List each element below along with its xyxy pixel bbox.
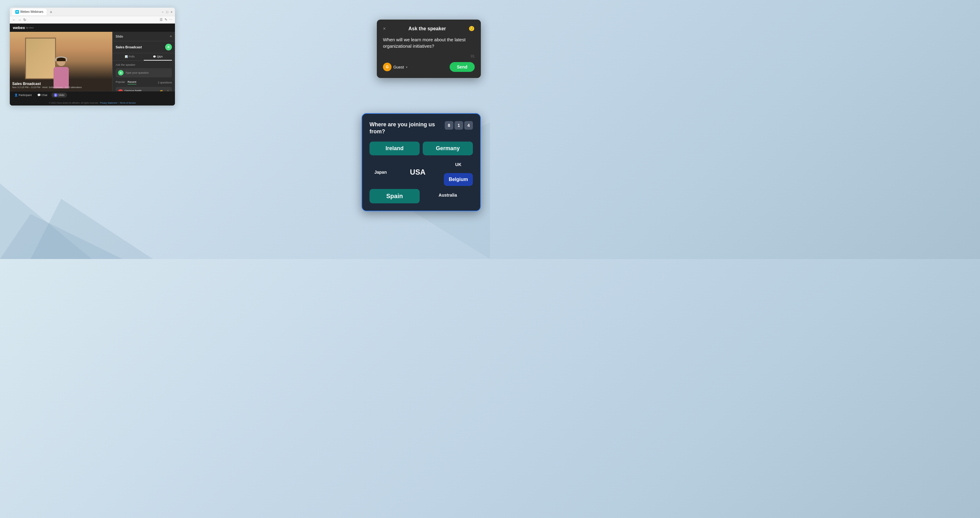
terms-link[interactable]: Terms of Service <box>120 102 136 104</box>
poll-count-4: 4 <box>464 121 473 130</box>
reload-button[interactable]: ↻ <box>23 18 26 22</box>
popup-footer: G Guest ▾ Send <box>383 62 475 72</box>
slido-s-icon: S <box>54 93 57 97</box>
location-poll-popup: Where are you joining us from? 8 1 4 Ire… <box>361 113 481 211</box>
questions-filters: Popular Recent 2 questions <box>116 80 172 84</box>
poll-option-australia[interactable]: Australia <box>423 189 473 203</box>
filter-popular[interactable]: Popular <box>116 80 125 84</box>
popup-title: Ask the speaker <box>408 26 446 32</box>
poll-header: Where are you joining us from? 8 1 4 <box>369 121 473 135</box>
slido-button[interactable]: S Slido <box>51 93 67 97</box>
popup-user-avatar: G <box>383 63 391 71</box>
slido-close-button[interactable]: × <box>170 34 172 38</box>
poll-option-uk[interactable]: UK <box>444 158 473 171</box>
slido-panel: Slido × Sales Broadcast B 📊 Polls 💬 <box>112 32 175 91</box>
slido-panel-title: Slido <box>116 35 123 38</box>
more-icon[interactable]: ⋯ <box>169 18 172 22</box>
tab-polls[interactable]: 📊 Polls <box>116 53 144 60</box>
close-button[interactable]: × <box>171 10 172 14</box>
edit-icon[interactable]: ✎ <box>165 18 167 22</box>
question-card-1: C Clarissa Smith 1 minute ago 👎 0 👍 <box>116 87 172 91</box>
poll-counts: 8 1 4 <box>445 121 473 130</box>
participant-icon: 👤 <box>14 94 18 97</box>
filter-recent[interactable]: Recent <box>127 80 137 84</box>
back-button[interactable]: ← <box>12 18 16 22</box>
send-button[interactable]: Send <box>450 62 475 72</box>
slido-event-avatar: B <box>165 44 172 51</box>
webex-by-cisco: by cisco <box>26 27 33 29</box>
poll-options: Ireland Germany Japan USA UK Belgium Spa… <box>369 141 473 203</box>
poll-option-usa[interactable]: USA <box>395 164 441 180</box>
emoji-button[interactable]: 🙂 <box>469 26 475 32</box>
poll-option-belgium[interactable]: Belgium <box>444 173 473 186</box>
poll-right-col: UK Belgium <box>444 158 473 186</box>
webex-logo: webex by cisco <box>13 25 33 30</box>
toolbar-icons: ☰ ✎ ⋯ <box>160 18 172 22</box>
question-placeholder: Type your question <box>126 71 149 74</box>
user-chevron-icon: ▾ <box>406 65 407 69</box>
participant-button[interactable]: 👤 Participant <box>13 93 33 97</box>
webex-header: webex by cisco <box>10 24 175 32</box>
browser-window: W Webex Webinars + − □ × ← → ↻ ☰ ✎ ⋯ web… <box>10 8 175 105</box>
svg-marker-0 <box>0 183 92 259</box>
ask-speaker-popup: × Ask the speaker 🙂 When will we learn m… <box>377 19 481 78</box>
new-tab-button[interactable]: + <box>48 9 54 15</box>
bottom-bar-actions: 👤 Participant 💬 Chat S Slido <box>13 93 67 97</box>
poll-option-spain[interactable]: Spain <box>369 189 420 203</box>
privacy-link[interactable]: Privacy Statement <box>100 102 118 104</box>
popup-close-button[interactable]: × <box>383 26 386 32</box>
filter-tabs: Popular Recent <box>116 80 137 84</box>
webinar-title: Sales Broadcast <box>12 82 82 86</box>
popup-question-text[interactable]: When will we learn more about the latest… <box>383 37 475 49</box>
user-avatar: B <box>118 70 124 76</box>
ask-speaker-label: Ask the speaker <box>116 63 172 66</box>
user-selector[interactable]: G Guest ▾ <box>383 63 407 71</box>
webex-favicon: W <box>15 10 19 14</box>
maximize-button[interactable]: □ <box>166 10 168 14</box>
poll-option-germany[interactable]: Germany <box>423 141 473 155</box>
slido-event-name: Sales Broadcast <box>116 45 142 49</box>
chat-icon: 💬 <box>37 94 41 97</box>
poll-option-japan[interactable]: Japan <box>369 166 391 178</box>
slido-content: Ask the speaker B Type your question Pop… <box>113 61 175 91</box>
footer-bar: © 2022 Cisco and/or its affiliates. All … <box>10 99 175 105</box>
video-overlay-info: Sales Broadcast Nov 3 2:15 PM – 3:15 PM … <box>12 82 82 89</box>
poll-count-8: 8 <box>445 121 453 130</box>
popup-user-name: Guest <box>393 65 404 70</box>
poll-option-ireland[interactable]: Ireland <box>369 141 420 155</box>
svg-marker-2 <box>30 199 153 259</box>
webex-app: webex by cisco <box>10 24 175 105</box>
qa-icon: 💬 <box>153 56 156 58</box>
question-input-area[interactable]: B Type your question <box>116 68 172 77</box>
footer-copyright: © 2022 Cisco and/or its affiliates. All … <box>49 102 99 104</box>
svg-marker-1 <box>0 214 123 259</box>
webex-main: Sales Broadcast Nov 3 2:15 PM – 3:15 PM … <box>10 32 175 91</box>
char-count: 91 <box>383 54 475 59</box>
browser-titlebar: W Webex Webinars + − □ × <box>10 8 175 16</box>
poll-count-1: 1 <box>455 121 463 130</box>
slido-tabs: 📊 Polls 💬 Q&A <box>113 53 175 61</box>
poll-question: Where are you joining us from? <box>369 121 441 135</box>
webex-logo-text: webex <box>13 25 25 30</box>
poll-row-2: Japan USA UK Belgium <box>369 158 473 186</box>
browser-toolbar: ← → ↻ ☰ ✎ ⋯ <box>10 16 175 24</box>
presenter-headphones <box>56 57 67 61</box>
tab-qa[interactable]: 💬 Q&A <box>144 53 172 60</box>
video-area: Sales Broadcast Nov 3 2:15 PM – 3:15 PM … <box>10 32 112 91</box>
presenter-head <box>57 57 65 66</box>
menu-icon[interactable]: ☰ <box>160 18 163 22</box>
slido-panel-header: Slido × <box>113 32 175 41</box>
tab-title: Webex Webinars <box>20 10 43 13</box>
chat-button[interactable]: 💬 Chat <box>36 93 49 97</box>
slido-event-header: Sales Broadcast B <box>113 41 175 53</box>
poll-row-1: Ireland Germany <box>369 141 473 155</box>
forward-button[interactable]: → <box>18 18 21 22</box>
poll-row-3: Spain Australia <box>369 189 473 203</box>
browser-tab[interactable]: W Webex Webinars <box>12 9 46 15</box>
polls-icon: 📊 <box>125 56 128 58</box>
minimize-button[interactable]: − <box>162 10 163 14</box>
webinar-meta: Nov 3 2:15 PM – 3:15 PM · Host: Sofia Go… <box>12 86 82 89</box>
bottom-bar: 👤 Participant 💬 Chat S Slido <box>10 91 175 99</box>
popup-header: × Ask the speaker 🙂 <box>383 26 475 32</box>
window-controls: − □ × <box>162 10 172 14</box>
